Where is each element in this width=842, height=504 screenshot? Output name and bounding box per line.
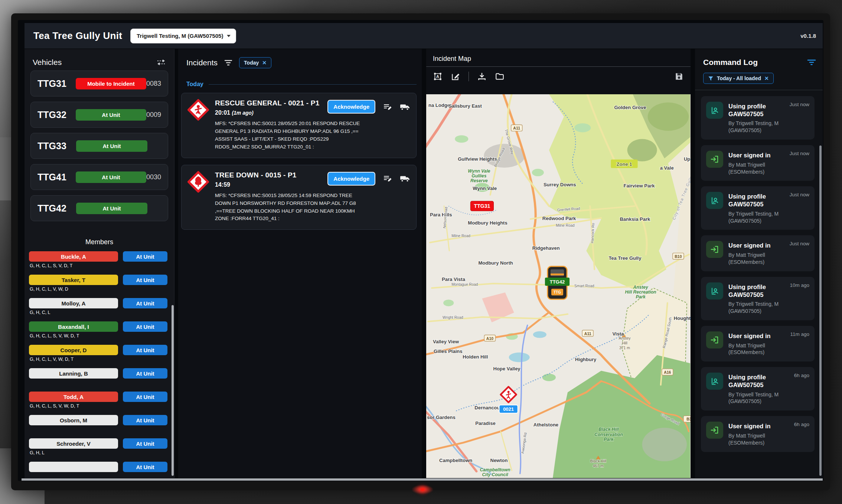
member-row: Molloy, A At Unit G, H, C, L: [25, 298, 174, 321]
vehicle-status-pill[interactable]: Mobile to Incident: [76, 78, 146, 89]
note-edit-icon[interactable]: [383, 102, 392, 111]
incident-list: RESCUE GENERAL - 0021 - P1 20:01 (1m ago…: [178, 93, 422, 230]
map-marker-ttg31[interactable]: TTG31: [470, 201, 493, 211]
map-marker-ttg42-cluster[interactable]: TTG42TTG: [545, 266, 570, 299]
member-qualifications: G, H, C, L, S, V, D, T: [30, 263, 170, 269]
road-shield: A11: [511, 125, 522, 131]
member-name-pill[interactable]: Lanning, B: [29, 368, 118, 379]
map-place-label: Redwood Park: [542, 216, 576, 221]
log-entry-title: Using profile GAW507505: [728, 373, 788, 389]
vehicle-status-pill[interactable]: At Unit: [76, 203, 147, 214]
log-entry-icon: [706, 422, 723, 439]
vehicle-card[interactable]: TTG41 At Unit 0030: [30, 164, 168, 190]
log-entry-title: Using profile GAW507505: [728, 102, 788, 118]
map-place-label: Valley View: [433, 339, 459, 344]
svg-text:TTG31: TTG31: [474, 203, 490, 209]
member-name-pill[interactable]: Tasker, T: [29, 275, 118, 285]
member-name-pill[interactable]: Osborn, M: [29, 415, 118, 425]
incident-card[interactable]: RESCUE GENERAL - 0021 - P1 20:01 (1m ago…: [181, 93, 417, 158]
command-log-title: Command Log: [703, 58, 758, 67]
vehicle-card[interactable]: TTG31 Mobile to Incident 0083: [30, 71, 168, 96]
profile-icon: [710, 196, 719, 205]
truck-icon[interactable]: [400, 102, 410, 111]
tree-diamond-icon: [187, 171, 209, 193]
folder-icon[interactable]: [495, 72, 505, 81]
members-scrollbar[interactable]: [172, 305, 174, 476]
member-status-button[interactable]: At Unit: [123, 298, 167, 308]
member-name-pill[interactable]: Molloy, A: [29, 298, 118, 308]
map-place-label: Montague Road: [451, 282, 478, 287]
member-name-pill[interactable]: Schroeder, V: [29, 438, 118, 449]
member-status-button[interactable]: At Unit: [123, 275, 167, 285]
member-row: Buckle, A At Unit G, H, C, L, S, V, D, T: [25, 251, 174, 275]
vehicle-card[interactable]: TTG32 At Unit 0009: [30, 102, 168, 128]
vehicle-number: 0083: [146, 80, 161, 88]
log-entry-by: By Matt Trigwell (ESOMembers): [728, 252, 795, 266]
truck-icon[interactable]: [400, 174, 410, 183]
member-status-button[interactable]: At Unit: [123, 321, 167, 332]
log-entry-title: User signed in: [728, 332, 788, 340]
member-qualifications: [30, 427, 170, 433]
sign-in-icon: [710, 335, 719, 345]
road-shield: B3: [683, 416, 691, 422]
top-bar: Tea Tree Gully Unit Trigwell Testing, M …: [25, 23, 823, 49]
text-annotation-icon[interactable]: A: [433, 72, 443, 81]
map-place-label: Tea Tree Gully: [608, 255, 642, 261]
transfer-arrows-icon[interactable]: [156, 58, 166, 66]
note-edit-icon[interactable]: [383, 174, 392, 183]
vehicle-status-pill[interactable]: At Unit: [76, 171, 146, 183]
member-qualifications: [30, 474, 170, 478]
command-log-scrollbar[interactable]: [819, 145, 822, 476]
log-entry-title: User signed in: [728, 242, 788, 249]
filter-icon-blue[interactable]: [807, 59, 816, 66]
log-entry-time: 6h ago: [794, 373, 809, 378]
member-status-button[interactable]: At Unit: [123, 415, 167, 425]
member-status-button[interactable]: At Unit: [123, 438, 167, 449]
vehicle-status-pill[interactable]: At Unit: [76, 109, 146, 121]
app-window: Tea Tree Gully Unit Trigwell Testing, M …: [25, 23, 823, 478]
vehicle-name: TTG32: [37, 109, 76, 120]
close-icon[interactable]: ✕: [262, 60, 267, 66]
log-entry: Using profile GAW507505 By Trigwell Test…: [701, 277, 815, 320]
profile-icon: [710, 286, 719, 296]
member-name-pill[interactable]: [29, 462, 118, 472]
member-name-pill[interactable]: Cooper, D: [29, 345, 118, 355]
road-shield: A10: [484, 335, 495, 341]
incidents-filter-chip-label: Today: [244, 60, 259, 66]
vehicle-card[interactable]: TTG42 At Unit: [30, 195, 168, 221]
save-icon[interactable]: [674, 72, 684, 81]
power-led: [411, 485, 434, 494]
log-entry-by: By Matt Trigwell (ESOMembers): [728, 161, 795, 176]
command-log-filter-chip[interactable]: Today - All loaded ✕: [703, 73, 774, 84]
member-status-button[interactable]: At Unit: [123, 251, 167, 262]
member-row: Lanning, B At Unit: [25, 368, 174, 392]
download-icon[interactable]: [477, 72, 487, 81]
incident-card[interactable]: TREE DOWN - 0015 - P1 14:59 MFS: *CFSRES…: [181, 165, 417, 230]
member-status-button[interactable]: At Unit: [123, 345, 167, 355]
log-entry-icon: [706, 241, 723, 258]
acknowledge-button[interactable]: Acknowledge: [327, 100, 375, 114]
map-place-label: Salisbury East: [448, 103, 482, 109]
incident-map[interactable]: na LodgeSalisbury EastGolden GroveGulfvi…: [426, 94, 691, 478]
edit-icon[interactable]: [451, 72, 460, 81]
chevron-down-icon: [227, 35, 231, 37]
vehicle-card[interactable]: TTG33 At Unit: [30, 133, 168, 159]
filter-icon[interactable]: [224, 59, 232, 66]
member-name-pill[interactable]: Todd, A: [29, 392, 118, 402]
profile-dropdown[interactable]: Trigwell Testing, M (GAW507505): [130, 29, 236, 43]
close-icon[interactable]: ✕: [764, 75, 769, 81]
member-name-pill[interactable]: Baxandall, I: [29, 321, 118, 332]
incidents-panel: Incidents Today ✕ Today RESCUE G: [178, 49, 422, 478]
member-status-button[interactable]: At Unit: [123, 392, 167, 402]
acknowledge-button[interactable]: Acknowledge: [327, 172, 375, 186]
log-entry-title: Using profile GAW507505: [728, 193, 788, 208]
member-name-pill[interactable]: Buckle, A: [29, 251, 118, 262]
incidents-filter-chip[interactable]: Today ✕: [239, 57, 271, 68]
vehicle-status-pill[interactable]: At Unit: [76, 140, 147, 152]
member-status-button[interactable]: At Unit: [123, 462, 167, 472]
map-place-label: Holden Hill: [463, 354, 488, 360]
log-entry-icon: [706, 102, 723, 119]
log-entry-time: 11m ago: [790, 331, 809, 337]
member-status-button[interactable]: At Unit: [123, 368, 167, 379]
map-place-label: Wynn Vale: [473, 186, 497, 191]
